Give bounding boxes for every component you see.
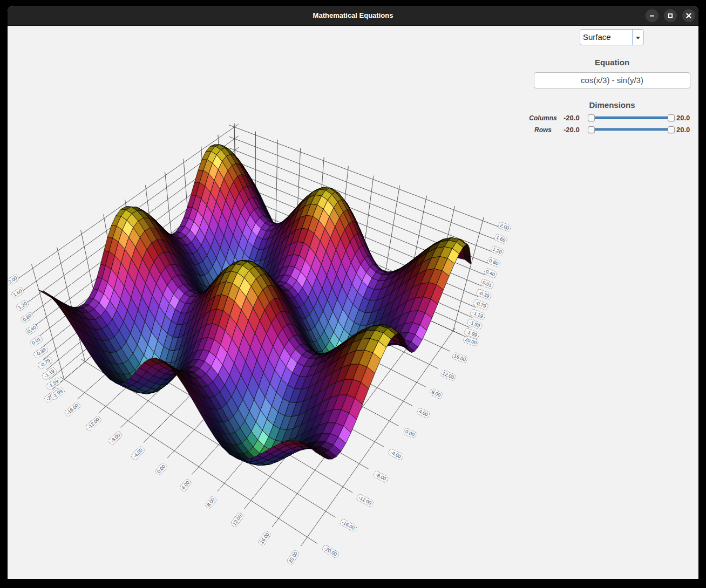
svg-text:16.00: 16.00: [259, 532, 270, 545]
svg-text:-20.00: -20.00: [323, 546, 338, 557]
svg-text:20.00: 20.00: [288, 551, 298, 564]
svg-text:-12.00: -12.00: [358, 495, 372, 506]
svg-text:-16.00: -16.00: [341, 519, 356, 531]
